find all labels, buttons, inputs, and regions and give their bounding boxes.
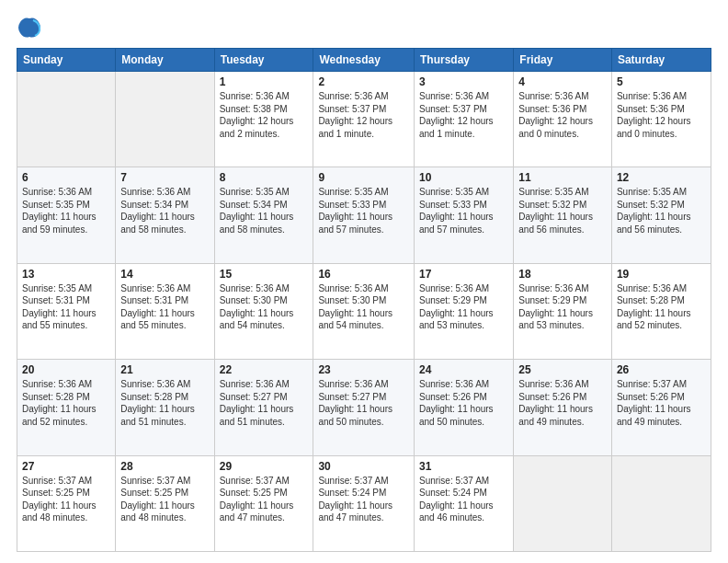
header-monday: Monday bbox=[116, 49, 214, 72]
day-number: 24 bbox=[419, 363, 508, 376]
day-info: Sunrise: 5:36 AM Sunset: 5:28 PM Dayligh… bbox=[617, 282, 706, 332]
day-number: 13 bbox=[22, 268, 110, 281]
day-number: 30 bbox=[318, 460, 409, 473]
day-info: Sunrise: 5:36 AM Sunset: 5:28 PM Dayligh… bbox=[120, 378, 209, 428]
day-cell: 15Sunrise: 5:36 AM Sunset: 5:30 PM Dayli… bbox=[214, 263, 313, 359]
day-info: Sunrise: 5:36 AM Sunset: 5:38 PM Dayligh… bbox=[220, 90, 309, 140]
day-cell: 8Sunrise: 5:35 AM Sunset: 5:34 PM Daylig… bbox=[214, 167, 313, 263]
day-number: 1 bbox=[220, 75, 309, 88]
day-info: Sunrise: 5:36 AM Sunset: 5:29 PM Dayligh… bbox=[419, 282, 508, 332]
day-cell: 3Sunrise: 5:36 AM Sunset: 5:37 PM Daylig… bbox=[414, 72, 513, 167]
day-number: 16 bbox=[318, 268, 409, 281]
day-cell: 23Sunrise: 5:36 AM Sunset: 5:27 PM Dayli… bbox=[313, 360, 415, 455]
day-number: 26 bbox=[617, 363, 706, 376]
week-row-5: 27Sunrise: 5:37 AM Sunset: 5:25 PM Dayli… bbox=[17, 455, 711, 551]
day-cell: 10Sunrise: 5:35 AM Sunset: 5:33 PM Dayli… bbox=[414, 167, 513, 263]
logo bbox=[17, 15, 46, 40]
day-cell: 5Sunrise: 5:36 AM Sunset: 5:36 PM Daylig… bbox=[611, 72, 711, 167]
day-number: 19 bbox=[617, 268, 706, 281]
calendar-header: SundayMondayTuesdayWednesdayThursdayFrid… bbox=[17, 49, 711, 72]
week-row-3: 13Sunrise: 5:35 AM Sunset: 5:31 PM Dayli… bbox=[17, 263, 711, 359]
day-number: 9 bbox=[318, 171, 409, 184]
day-number: 5 bbox=[617, 75, 706, 88]
day-info: Sunrise: 5:36 AM Sunset: 5:27 PM Dayligh… bbox=[220, 378, 309, 428]
header-sunday: Sunday bbox=[17, 49, 116, 72]
day-info: Sunrise: 5:36 AM Sunset: 5:27 PM Dayligh… bbox=[318, 378, 409, 428]
day-number: 14 bbox=[120, 268, 209, 281]
day-cell: 9Sunrise: 5:35 AM Sunset: 5:33 PM Daylig… bbox=[313, 167, 415, 263]
day-number: 31 bbox=[419, 460, 508, 473]
day-cell: 18Sunrise: 5:36 AM Sunset: 5:29 PM Dayli… bbox=[514, 263, 612, 359]
day-cell: 6Sunrise: 5:36 AM Sunset: 5:35 PM Daylig… bbox=[17, 167, 116, 263]
day-info: Sunrise: 5:36 AM Sunset: 5:30 PM Dayligh… bbox=[318, 282, 409, 332]
day-cell bbox=[17, 72, 116, 167]
day-number: 23 bbox=[318, 363, 409, 376]
day-info: Sunrise: 5:37 AM Sunset: 5:24 PM Dayligh… bbox=[318, 475, 409, 524]
week-row-4: 20Sunrise: 5:36 AM Sunset: 5:28 PM Dayli… bbox=[17, 360, 711, 455]
header-saturday: Saturday bbox=[611, 49, 711, 72]
day-cell: 31Sunrise: 5:37 AM Sunset: 5:24 PM Dayli… bbox=[414, 455, 513, 551]
day-cell: 1Sunrise: 5:36 AM Sunset: 5:38 PM Daylig… bbox=[214, 72, 313, 167]
day-info: Sunrise: 5:35 AM Sunset: 5:33 PM Dayligh… bbox=[318, 186, 409, 236]
day-info: Sunrise: 5:36 AM Sunset: 5:37 PM Dayligh… bbox=[318, 90, 409, 140]
day-number: 17 bbox=[419, 268, 508, 281]
day-number: 22 bbox=[220, 363, 309, 376]
day-cell: 16Sunrise: 5:36 AM Sunset: 5:30 PM Dayli… bbox=[313, 263, 415, 359]
calendar-body: 1Sunrise: 5:36 AM Sunset: 5:38 PM Daylig… bbox=[17, 72, 711, 552]
day-cell: 25Sunrise: 5:36 AM Sunset: 5:26 PM Dayli… bbox=[514, 360, 612, 455]
day-info: Sunrise: 5:36 AM Sunset: 5:36 PM Dayligh… bbox=[617, 90, 706, 140]
header-row: SundayMondayTuesdayWednesdayThursdayFrid… bbox=[17, 49, 711, 72]
day-info: Sunrise: 5:35 AM Sunset: 5:32 PM Dayligh… bbox=[617, 186, 706, 236]
day-info: Sunrise: 5:37 AM Sunset: 5:24 PM Dayligh… bbox=[419, 475, 508, 524]
day-info: Sunrise: 5:35 AM Sunset: 5:31 PM Dayligh… bbox=[22, 282, 110, 332]
day-info: Sunrise: 5:36 AM Sunset: 5:36 PM Dayligh… bbox=[518, 90, 607, 140]
day-cell: 22Sunrise: 5:36 AM Sunset: 5:27 PM Dayli… bbox=[214, 360, 313, 455]
day-number: 4 bbox=[518, 75, 607, 88]
header-wednesday: Wednesday bbox=[313, 49, 415, 72]
week-row-2: 6Sunrise: 5:36 AM Sunset: 5:35 PM Daylig… bbox=[17, 167, 711, 263]
day-info: Sunrise: 5:35 AM Sunset: 5:32 PM Dayligh… bbox=[518, 186, 607, 236]
day-info: Sunrise: 5:37 AM Sunset: 5:25 PM Dayligh… bbox=[120, 475, 209, 524]
day-number: 3 bbox=[419, 75, 508, 88]
calendar-table: SundayMondayTuesdayWednesdayThursdayFrid… bbox=[17, 48, 711, 552]
day-cell: 21Sunrise: 5:36 AM Sunset: 5:28 PM Dayli… bbox=[116, 360, 214, 455]
day-number: 10 bbox=[419, 171, 508, 184]
day-cell: 19Sunrise: 5:36 AM Sunset: 5:28 PM Dayli… bbox=[611, 263, 711, 359]
day-number: 21 bbox=[120, 363, 209, 376]
day-number: 2 bbox=[318, 75, 409, 88]
day-info: Sunrise: 5:36 AM Sunset: 5:37 PM Dayligh… bbox=[419, 90, 508, 140]
week-row-1: 1Sunrise: 5:36 AM Sunset: 5:38 PM Daylig… bbox=[17, 72, 711, 167]
logo-icon bbox=[17, 15, 42, 40]
day-number: 6 bbox=[22, 171, 110, 184]
day-number: 7 bbox=[120, 171, 209, 184]
day-number: 11 bbox=[518, 171, 607, 184]
day-number: 15 bbox=[220, 268, 309, 281]
day-cell: 28Sunrise: 5:37 AM Sunset: 5:25 PM Dayli… bbox=[116, 455, 214, 551]
day-cell: 30Sunrise: 5:37 AM Sunset: 5:24 PM Dayli… bbox=[313, 455, 415, 551]
day-number: 12 bbox=[617, 171, 706, 184]
day-info: Sunrise: 5:36 AM Sunset: 5:34 PM Dayligh… bbox=[120, 186, 209, 236]
day-number: 25 bbox=[518, 363, 607, 376]
day-cell bbox=[116, 72, 214, 167]
day-number: 8 bbox=[220, 171, 309, 184]
header-friday: Friday bbox=[514, 49, 612, 72]
day-cell: 2Sunrise: 5:36 AM Sunset: 5:37 PM Daylig… bbox=[313, 72, 415, 167]
day-info: Sunrise: 5:36 AM Sunset: 5:30 PM Dayligh… bbox=[220, 282, 309, 332]
day-cell: 7Sunrise: 5:36 AM Sunset: 5:34 PM Daylig… bbox=[116, 167, 214, 263]
day-cell: 17Sunrise: 5:36 AM Sunset: 5:29 PM Dayli… bbox=[414, 263, 513, 359]
day-number: 28 bbox=[120, 460, 209, 473]
day-info: Sunrise: 5:35 AM Sunset: 5:34 PM Dayligh… bbox=[220, 186, 309, 236]
day-cell: 12Sunrise: 5:35 AM Sunset: 5:32 PM Dayli… bbox=[611, 167, 711, 263]
day-info: Sunrise: 5:36 AM Sunset: 5:29 PM Dayligh… bbox=[518, 282, 607, 332]
day-info: Sunrise: 5:36 AM Sunset: 5:26 PM Dayligh… bbox=[518, 378, 607, 428]
day-cell: 29Sunrise: 5:37 AM Sunset: 5:25 PM Dayli… bbox=[214, 455, 313, 551]
header bbox=[17, 15, 711, 40]
day-info: Sunrise: 5:36 AM Sunset: 5:28 PM Dayligh… bbox=[22, 378, 110, 428]
day-number: 27 bbox=[22, 460, 110, 473]
day-cell: 4Sunrise: 5:36 AM Sunset: 5:36 PM Daylig… bbox=[514, 72, 612, 167]
day-info: Sunrise: 5:36 AM Sunset: 5:26 PM Dayligh… bbox=[419, 378, 508, 428]
header-tuesday: Tuesday bbox=[214, 49, 313, 72]
day-cell: 24Sunrise: 5:36 AM Sunset: 5:26 PM Dayli… bbox=[414, 360, 513, 455]
day-info: Sunrise: 5:37 AM Sunset: 5:25 PM Dayligh… bbox=[220, 475, 309, 524]
day-cell: 14Sunrise: 5:36 AM Sunset: 5:31 PM Dayli… bbox=[116, 263, 214, 359]
